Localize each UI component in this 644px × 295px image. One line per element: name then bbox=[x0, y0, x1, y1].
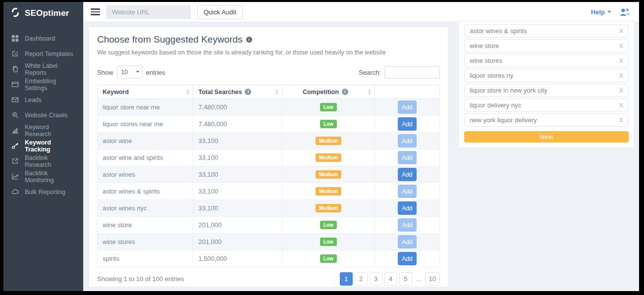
column-info-icon[interactable] bbox=[245, 89, 251, 95]
total-searches-cell: 1,500,000 bbox=[193, 250, 282, 267]
table-search-input[interactable] bbox=[384, 66, 440, 79]
logo[interactable]: SEOptimer bbox=[3, 2, 83, 25]
page-size-select[interactable]: 10 bbox=[117, 66, 143, 79]
sidebar-item-leads[interactable]: Leads bbox=[3, 92, 83, 107]
competition-badge: Medium bbox=[316, 137, 341, 145]
competition-badge: Medium bbox=[316, 204, 341, 212]
keyword-cell: astor wines & spirits bbox=[98, 183, 193, 200]
total-searches-cell: 33,100 bbox=[193, 166, 282, 183]
competition-badge: Low bbox=[320, 103, 337, 111]
total-searches-cell: 33,100 bbox=[193, 200, 282, 217]
pagination-page-2[interactable]: 2 bbox=[355, 272, 368, 286]
keyword-cell: astor wine bbox=[98, 133, 193, 149]
add-keyword-button[interactable]: Add bbox=[398, 151, 417, 164]
selected-keyword-chip: liquor delivery nyc X bbox=[464, 98, 629, 112]
add-keyword-button[interactable]: Add bbox=[398, 252, 417, 265]
quick-audit-button[interactable]: Quick Audit bbox=[197, 5, 243, 19]
table-header-row: Keyword Total Searches Competition bbox=[98, 85, 440, 99]
hamburger-menu-icon[interactable] bbox=[91, 8, 100, 15]
remove-keyword-icon[interactable]: X bbox=[615, 117, 623, 124]
add-keyword-button[interactable]: Add bbox=[398, 134, 417, 148]
website-url-input[interactable] bbox=[107, 5, 191, 19]
keyword-cell: astor wines bbox=[98, 166, 193, 183]
column-header-keyword[interactable]: Keyword bbox=[98, 85, 193, 99]
selected-keyword-label: wine store bbox=[470, 42, 499, 49]
add-keyword-button[interactable]: Add bbox=[398, 117, 417, 131]
add-keyword-button[interactable]: Add bbox=[398, 185, 417, 198]
sort-icon[interactable] bbox=[186, 90, 189, 95]
backlink-research-icon bbox=[11, 157, 19, 165]
keyword-row: astor wines & spirits 33,100 Medium Add bbox=[98, 183, 440, 200]
entries-label: entries bbox=[146, 69, 165, 76]
selected-keyword-label: liquor store in new york city bbox=[470, 87, 547, 94]
keyword-row: wine stores 201,000 Low Add bbox=[98, 234, 440, 250]
user-account-icon[interactable] bbox=[618, 7, 632, 17]
remove-keyword-icon[interactable]: X bbox=[615, 102, 623, 109]
sidebar-item-label: Leads bbox=[25, 97, 42, 103]
pagination-page-4[interactable]: 4 bbox=[384, 272, 397, 286]
selected-keyword-chip: liquor stores ny X bbox=[464, 69, 629, 82]
sidebar-item-bulk-reporting[interactable]: Bulk Reporting bbox=[3, 184, 83, 199]
column-header-actions bbox=[375, 85, 439, 99]
seoptimer-logo-icon bbox=[10, 7, 21, 20]
pagination-page-10[interactable]: 10 bbox=[425, 272, 440, 286]
column-info-icon[interactable] bbox=[342, 89, 348, 95]
pagination-page-5[interactable]: 5 bbox=[399, 272, 412, 286]
add-keyword-button[interactable]: Add bbox=[398, 235, 417, 248]
column-header-label: Keyword bbox=[103, 89, 129, 96]
keyword-research-icon bbox=[11, 127, 19, 135]
total-searches-cell: 33,100 bbox=[193, 149, 282, 166]
report-templates-icon bbox=[11, 50, 19, 58]
remove-keyword-icon[interactable]: X bbox=[615, 72, 623, 79]
selected-keyword-label: new york liquor delivery bbox=[470, 116, 537, 124]
sidebar-item-label: Keyword Research bbox=[25, 124, 76, 138]
sidebar-item-keyword-research[interactable]: Keyword Research bbox=[3, 123, 83, 138]
sort-icon[interactable] bbox=[368, 90, 371, 95]
sidebar-item-backlink-monitoring[interactable]: Backlink Monitoring bbox=[3, 169, 83, 184]
sidebar: SEOptimer Dashboard Report Templates Whi… bbox=[3, 2, 83, 291]
suggested-keywords-table: Keyword Total Searches Competition liquo… bbox=[97, 85, 440, 267]
table-body: liquor store near me 7,480,000 Low Add l… bbox=[98, 99, 440, 267]
suggested-keywords-card: Choose from Suggested Keywords We sugges… bbox=[89, 27, 448, 287]
sidebar-item-backlink-research[interactable]: Backlink Research bbox=[3, 153, 83, 169]
sidebar-item-website-crawls[interactable]: Website Crawls bbox=[3, 107, 83, 123]
add-keyword-button[interactable]: Add bbox=[398, 201, 417, 215]
selected-keyword-chip: liquor store in new york city X bbox=[464, 84, 629, 97]
column-header-total-searches[interactable]: Total Searches bbox=[193, 85, 282, 99]
pagination-ellipsis: … bbox=[414, 276, 423, 283]
keyword-row: astor wines nyc 33,100 Medium Add bbox=[98, 200, 440, 217]
remove-keyword-icon[interactable]: X bbox=[615, 43, 623, 49]
pagination-page-1[interactable]: 1 bbox=[340, 272, 353, 286]
leads-envelope-icon bbox=[11, 96, 19, 104]
keyword-cell: liquor store near me bbox=[98, 99, 193, 116]
content-area: Choose from Suggested Keywords We sugges… bbox=[83, 22, 639, 291]
competition-badge: Low bbox=[320, 254, 337, 263]
keyword-cell: astor wines nyc bbox=[98, 200, 193, 217]
add-keyword-button[interactable]: Add bbox=[398, 168, 417, 181]
selected-keyword-chip: wine stores X bbox=[464, 54, 629, 67]
remove-keyword-icon[interactable]: X bbox=[615, 28, 623, 35]
sort-icon[interactable] bbox=[275, 90, 278, 95]
sidebar-item-keyword-tracking[interactable]: Keyword Tracking bbox=[3, 138, 83, 153]
total-searches-cell: 201,000 bbox=[193, 217, 282, 234]
help-menu[interactable]: Help bbox=[591, 8, 611, 16]
sidebar-item-report-templates[interactable]: Report Templates bbox=[3, 46, 83, 61]
competition-badge: Medium bbox=[316, 170, 341, 179]
website-crawls-icon bbox=[11, 111, 19, 119]
keyword-cell: liquor stores near me bbox=[98, 116, 193, 133]
pagination-page-3[interactable]: 3 bbox=[370, 272, 382, 286]
total-searches-cell: 33,100 bbox=[193, 183, 282, 200]
sidebar-item-white-label-reports[interactable]: White Label Reports bbox=[3, 61, 83, 77]
add-keyword-button[interactable]: Add bbox=[398, 218, 417, 232]
remove-keyword-icon[interactable]: X bbox=[615, 57, 623, 64]
next-button[interactable]: Next bbox=[464, 131, 629, 143]
title-info-icon[interactable] bbox=[246, 37, 252, 43]
keyword-row: spirits 1,500,000 Low Add bbox=[98, 250, 440, 267]
add-keyword-button[interactable]: Add bbox=[398, 100, 417, 114]
sidebar-item-dashboard[interactable]: Dashboard bbox=[3, 31, 83, 46]
remove-keyword-icon[interactable]: X bbox=[615, 87, 623, 94]
competition-badge: Low bbox=[320, 120, 337, 128]
sidebar-item-embedding-settings[interactable]: Embedding Settings bbox=[3, 77, 83, 92]
selected-keyword-chip: astor wines & spirits X bbox=[464, 24, 629, 38]
column-header-competition[interactable]: Competition bbox=[282, 85, 375, 99]
